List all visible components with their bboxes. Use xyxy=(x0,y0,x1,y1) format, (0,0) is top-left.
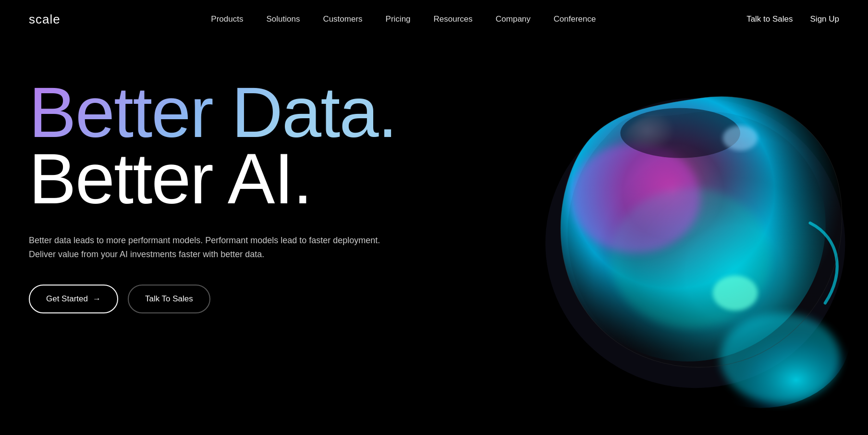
talk-to-sales-button[interactable]: Talk To Sales xyxy=(128,285,210,313)
get-started-button[interactable]: Get Started → xyxy=(29,285,118,313)
hero-section: Better Data. Better AI. Better data lead… xyxy=(0,38,868,435)
svg-point-7 xyxy=(620,108,740,158)
logo[interactable]: scale xyxy=(29,12,61,27)
svg-point-8 xyxy=(723,125,758,150)
talk-to-sales-link[interactable]: Talk to Sales xyxy=(746,14,793,24)
nav-item-products[interactable]: Products xyxy=(211,14,243,24)
hero-text: Better Data. Better AI. Better data lead… xyxy=(29,77,461,313)
nav-item-conference[interactable]: Conference xyxy=(554,14,596,24)
svg-point-2 xyxy=(720,313,840,403)
hero-headline-line2: Better AI. xyxy=(29,143,461,214)
svg-point-6 xyxy=(713,275,758,311)
nav-item-solutions[interactable]: Solutions xyxy=(266,14,300,24)
nav-actions: Talk to Sales Sign Up xyxy=(746,14,839,24)
hero-buttons: Get Started → Talk To Sales xyxy=(29,285,461,313)
nav-item-customers[interactable]: Customers xyxy=(323,14,362,24)
navbar: scale Products Solutions Customers Prici… xyxy=(0,0,868,38)
nav-links: Products Solutions Customers Pricing Res… xyxy=(211,14,596,24)
hero-subtitle: Better data leads to more performant mod… xyxy=(29,234,403,261)
hero-blob xyxy=(484,48,868,423)
hero-headline-line1: Better Data. xyxy=(29,77,461,148)
nav-item-resources[interactable]: Resources xyxy=(434,14,473,24)
sign-up-link[interactable]: Sign Up xyxy=(810,14,839,24)
nav-item-pricing[interactable]: Pricing xyxy=(386,14,411,24)
nav-item-company[interactable]: Company xyxy=(496,14,531,24)
